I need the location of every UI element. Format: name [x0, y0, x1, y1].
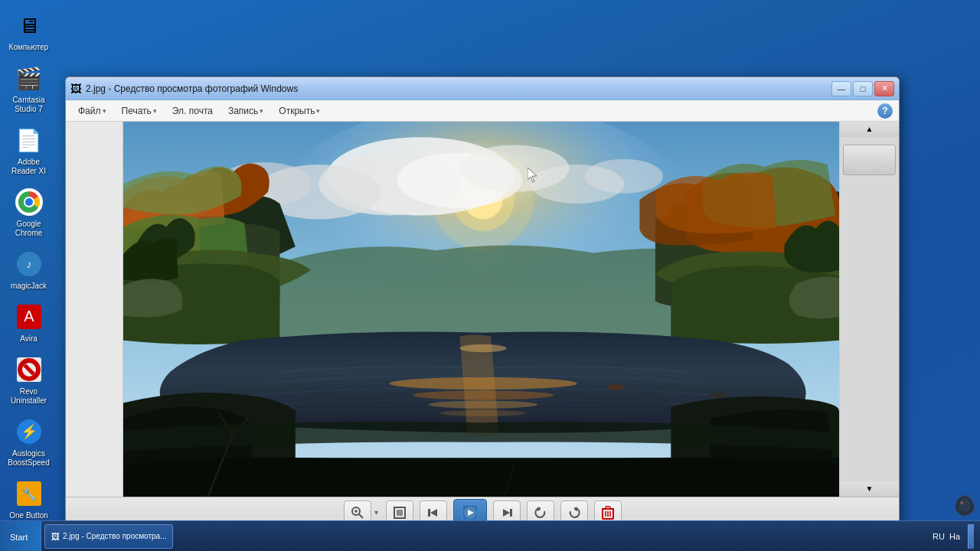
svg-rect-57	[606, 507, 610, 509]
svg-point-27	[585, 159, 663, 194]
avira-icon: A	[14, 302, 44, 332]
minimize-button[interactable]: —	[831, 81, 851, 96]
maximize-button[interactable]: □	[853, 81, 873, 96]
auslogics-icon-label: Auslogics BoostSpeed	[5, 449, 54, 468]
desktop-icon-computer[interactable]: 🖥 Компьютер	[2, 8, 56, 54]
magicjack-icon: ♪	[14, 249, 44, 279]
svg-point-34	[710, 393, 725, 397]
taskbar: Start 🖼 2.jpg - Средство просмотра... RU…	[0, 520, 980, 551]
menu-file[interactable]: Файл ▾	[72, 104, 113, 118]
desktop-icon-onebutton[interactable]: 🔧 One Button	[2, 476, 56, 523]
menu-record[interactable]: Запись ▾	[222, 104, 270, 118]
scroll-track	[840, 137, 899, 481]
desktop-icons: 🖥 Компьютер 🎬 Camtasia Studio 7 📄 Adobe …	[0, 0, 57, 520]
start-button[interactable]: Start	[0, 521, 41, 551]
desktop-icon-magicjack[interactable]: ♪ magicJack	[2, 246, 56, 293]
window-icon: 🖼	[70, 83, 83, 95]
svg-marker-53	[537, 507, 541, 511]
svg-text:⚡: ⚡	[21, 423, 38, 440]
title-bar-buttons: — □ ✕	[831, 81, 894, 96]
close-button[interactable]: ✕	[874, 81, 894, 96]
camtasia-icon: 🎬	[14, 63, 44, 93]
adobe-icon: 📄	[14, 125, 44, 155]
menu-print[interactable]: Печать ▾	[116, 104, 163, 118]
taskbar-items: 🖼 2.jpg - Средство просмотра...	[41, 524, 926, 549]
camtasia-icon-label: Camtasia Studio 7	[5, 96, 54, 114]
auslogics-icon: ⚡	[14, 416, 44, 447]
svg-line-40	[359, 514, 363, 518]
desktop-icon-avira[interactable]: A Avira	[2, 299, 56, 346]
desktop-icon-camtasia[interactable]: 🎬 Camtasia Studio 7	[2, 60, 56, 116]
menu-open[interactable]: Открыть ▾	[273, 104, 326, 118]
svg-point-62	[960, 501, 963, 504]
content-area: ▲ ▼	[66, 122, 899, 497]
scroll-thumb[interactable]	[843, 145, 896, 175]
chrome-icon	[14, 187, 44, 217]
desktop: 🖥 Компьютер 🎬 Camtasia Studio 7 📄 Adobe …	[0, 0, 980, 551]
tray-language: RU	[933, 532, 945, 541]
menu-bar: Файл ▾ Печать ▾ Эл. почта Запись ▾ Откры…	[66, 100, 899, 122]
taskbar-item-icon: 🖼	[51, 532, 60, 541]
desktop-icon-chrome[interactable]: Google Chrome	[2, 184, 56, 240]
avira-icon-label: Avira	[20, 334, 38, 344]
window-title: 2.jpg - Средство просмотра фотографий Wi…	[86, 83, 828, 94]
taskbar-item-label: 2.jpg - Средство просмотра...	[63, 532, 166, 540]
menu-email[interactable]: Эл. почта	[166, 104, 219, 118]
right-panel: ▲ ▼	[839, 122, 899, 497]
desktop-icon-revo[interactable]: Revo Uninstaller	[2, 352, 56, 408]
adobe-icon-label: Adobe Reader XI	[5, 158, 54, 176]
chrome-icon-label: Google Chrome	[5, 220, 54, 238]
onebutton-icon-label: One Button	[9, 511, 48, 520]
svg-text:🔧: 🔧	[21, 487, 37, 501]
svg-rect-45	[428, 509, 430, 517]
left-panel	[66, 122, 123, 497]
title-bar: 🖼 2.jpg - Средство просмотра фотографий …	[66, 77, 899, 100]
svg-text:Start: Start	[10, 533, 28, 542]
desktop-icon-auslogics[interactable]: ⚡ Auslogics BoostSpeed	[2, 414, 56, 470]
svg-marker-54	[574, 507, 577, 511]
record-menu-arrow: ▾	[260, 107, 263, 115]
scroll-down-button[interactable]: ▼	[840, 481, 899, 497]
onebutton-icon: 🔧	[14, 478, 44, 509]
taskbar-tray: RU На	[926, 524, 980, 549]
show-desktop-button[interactable]	[968, 524, 974, 549]
svg-marker-46	[430, 509, 437, 517]
image-area	[123, 122, 839, 497]
svg-point-32	[459, 344, 506, 352]
zoom-arrow[interactable]: ▾	[373, 508, 380, 517]
help-button[interactable]: ?	[877, 103, 893, 119]
computer-icon-label: Компьютер	[9, 43, 49, 52]
taskbar-photo-viewer[interactable]: 🖼 2.jpg - Средство просмотра...	[44, 524, 173, 549]
svg-text:A: A	[24, 308, 34, 324]
revo-icon-label: Revo Uninstaller	[5, 387, 54, 406]
file-menu-arrow: ▾	[103, 107, 106, 115]
open-menu-arrow: ▾	[316, 107, 320, 115]
revo-icon	[14, 354, 44, 385]
svg-rect-44	[397, 510, 403, 516]
svg-point-33	[607, 384, 626, 390]
computer-icon: 🖥	[14, 10, 44, 41]
svg-text:♪: ♪	[26, 258, 31, 270]
svg-marker-52	[503, 509, 510, 517]
tray-clock: На	[949, 532, 960, 541]
desktop-icon-adobe[interactable]: 📄 Adobe Reader XI	[2, 122, 56, 178]
magicjack-icon-label: magicJack	[11, 282, 47, 291]
corner-watermark	[951, 491, 978, 519]
photo-viewer-window: 🖼 2.jpg - Средство просмотра фотографий …	[65, 77, 900, 528]
svg-rect-51	[510, 509, 512, 517]
svg-point-3	[25, 198, 33, 206]
print-menu-arrow: ▾	[153, 107, 157, 115]
scroll-up-button[interactable]: ▲	[840, 122, 899, 137]
